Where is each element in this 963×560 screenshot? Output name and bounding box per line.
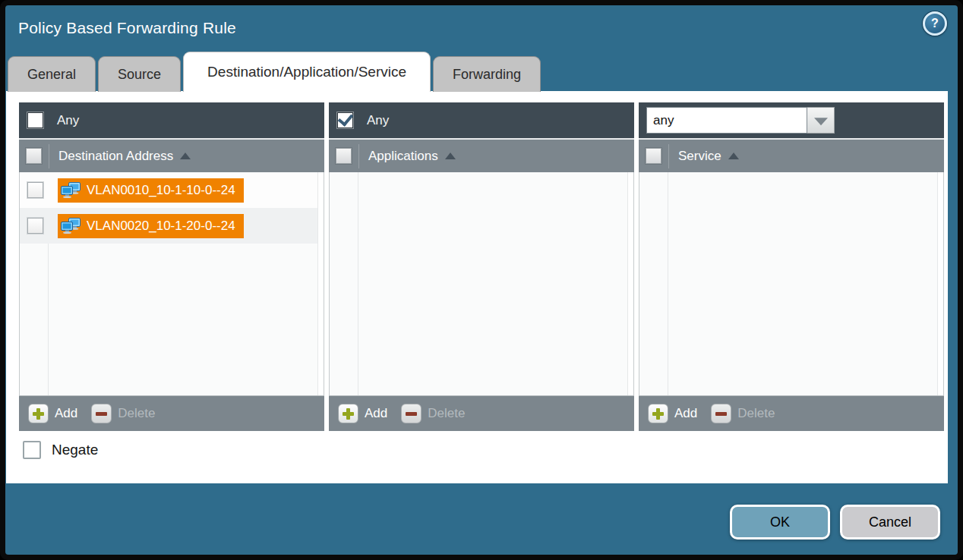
tab-forwarding[interactable]: Forwarding <box>433 56 541 92</box>
column-divider <box>668 172 668 395</box>
destination-any-checkbox[interactable] <box>27 112 44 129</box>
tab-content: Any Destination Address <box>6 91 948 483</box>
sort-ascending-icon <box>728 153 739 159</box>
network-hosts-icon <box>61 182 81 198</box>
network-hosts-icon <box>61 218 81 234</box>
service-add-button[interactable]: Add <box>674 406 697 421</box>
row-checkbox[interactable] <box>27 182 43 198</box>
negate-option[interactable]: Negate <box>23 441 98 459</box>
column-separator <box>49 144 49 168</box>
column-separator <box>668 144 669 168</box>
address-object-label: VLAN0020_10-1-20-0--24 <box>87 219 235 234</box>
destination-address-sort-header[interactable]: Destination Address <box>58 149 191 164</box>
applications-sort-header[interactable]: Applications <box>368 149 456 164</box>
service-delete-button[interactable]: Delete <box>737 406 775 421</box>
service-type-value[interactable]: any <box>646 107 807 134</box>
destination-delete-button[interactable]: Delete <box>118 406 155 421</box>
scrollbar-gutter[interactable] <box>937 172 943 395</box>
tab-source[interactable]: Source <box>98 56 181 92</box>
column-divider <box>358 172 358 395</box>
applications-footer: Add Delete <box>329 395 634 431</box>
service-list <box>639 172 944 395</box>
applications-column-label: Applications <box>368 149 438 164</box>
destination-select-all-checkbox[interactable] <box>26 148 42 164</box>
service-panel: any Service <box>639 102 944 431</box>
address-object-chip[interactable]: VLAN0020_10-1-20-0--24 <box>58 214 244 238</box>
negate-label: Negate <box>52 442 98 458</box>
destination-row-vlan0010[interactable]: VLAN0010_10-1-10-0--24 <box>20 172 324 208</box>
cancel-button[interactable]: Cancel <box>840 505 940 540</box>
applications-any-label: Any <box>367 113 389 128</box>
service-select-all-checkbox[interactable] <box>646 148 661 164</box>
tab-bar: General Source Destination/Application/S… <box>8 52 543 92</box>
policy-based-forwarding-dialog: Policy Based Forwarding Rule ? General S… <box>0 0 963 560</box>
address-object-chip[interactable]: VLAN0010_10-1-10-0--24 <box>58 178 244 203</box>
selection-panels: Any Destination Address <box>19 102 944 431</box>
row-checkbox[interactable] <box>27 218 43 234</box>
applications-column-header: Applications <box>329 138 634 172</box>
sort-ascending-icon <box>445 153 456 159</box>
delete-icon[interactable] <box>711 404 731 423</box>
service-column-header: Service <box>639 138 944 172</box>
service-column-label: Service <box>678 149 721 164</box>
applications-panel: Any Applications <box>329 102 634 431</box>
applications-any-checkbox[interactable] <box>336 112 354 129</box>
delete-icon[interactable] <box>91 404 112 423</box>
applications-list <box>329 172 634 395</box>
service-footer: Add Delete <box>639 395 944 431</box>
destination-column-header: Destination Address <box>19 138 324 172</box>
applications-any-bar: Any <box>329 102 634 138</box>
destination-any-label: Any <box>57 113 79 128</box>
service-sort-header[interactable]: Service <box>678 149 739 164</box>
destination-list: VLAN0010_10-1-10-0--24 <box>19 172 324 395</box>
sort-ascending-icon <box>180 153 191 159</box>
negate-checkbox[interactable] <box>23 441 41 459</box>
applications-select-all-checkbox[interactable] <box>336 148 352 164</box>
scrollbar-gutter[interactable] <box>317 172 324 395</box>
destination-add-button[interactable]: Add <box>55 406 77 421</box>
destination-address-panel: Any Destination Address <box>19 102 324 431</box>
dialog-title: Policy Based Forwarding Rule <box>18 19 236 37</box>
add-icon[interactable] <box>28 404 49 423</box>
applications-add-button[interactable]: Add <box>365 406 387 421</box>
service-type-dropdown: any <box>646 107 835 134</box>
destination-any-bar: Any <box>19 102 324 138</box>
ok-button[interactable]: OK <box>730 505 830 540</box>
applications-delete-button[interactable]: Delete <box>428 406 465 421</box>
dialog-action-buttons: OK Cancel <box>730 505 940 540</box>
tab-destination-application-service[interactable]: Destination/Application/Service <box>183 52 431 92</box>
add-icon[interactable] <box>648 404 668 423</box>
dropdown-arrow-button[interactable] <box>807 107 835 134</box>
destination-row-vlan0020[interactable]: VLAN0020_10-1-20-0--24 <box>20 208 324 244</box>
checkmark-icon <box>338 110 354 127</box>
destination-footer: Add Delete <box>19 395 324 431</box>
service-dropdown-bar: any <box>639 102 944 138</box>
dialog-surface: Policy Based Forwarding Rule ? General S… <box>5 5 958 555</box>
help-icon[interactable]: ? <box>923 11 947 36</box>
scrollbar-gutter[interactable] <box>627 172 633 395</box>
add-icon[interactable] <box>338 404 358 423</box>
destination-column-label: Destination Address <box>58 149 173 164</box>
column-separator <box>358 144 359 168</box>
tab-general[interactable]: General <box>8 56 96 92</box>
address-object-label: VLAN0010_10-1-10-0--24 <box>87 183 235 198</box>
delete-icon[interactable] <box>401 404 422 423</box>
